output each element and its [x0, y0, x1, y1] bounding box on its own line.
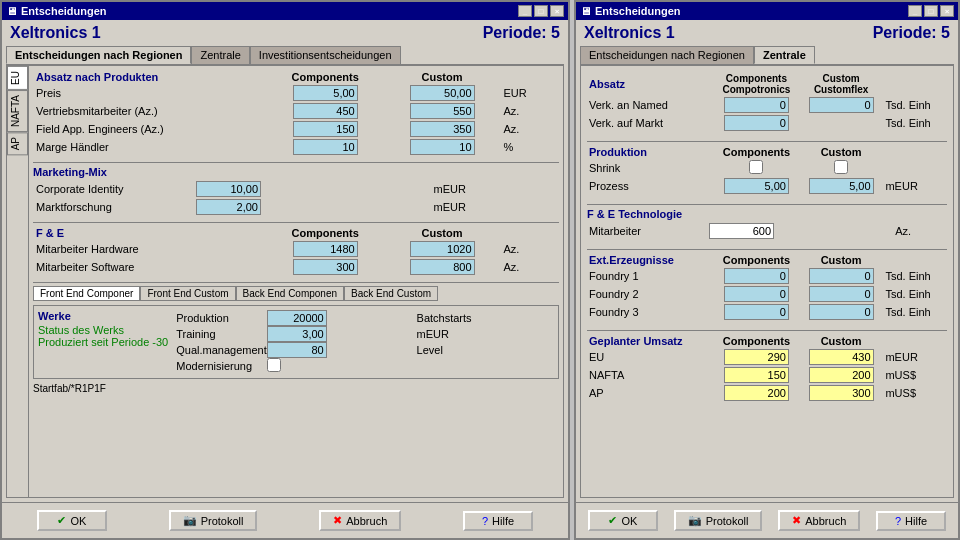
inner-tab-back-custom[interactable]: Back End Custom: [344, 286, 438, 301]
side-tab-nafta[interactable]: NAFTA: [7, 90, 28, 132]
shrink-custom-check[interactable]: [834, 160, 848, 174]
hw-comp-input[interactable]: [293, 241, 358, 257]
right-footer: ✔ OK 📷 Protokoll ✖ Abbruch ? Hilfe: [576, 502, 958, 538]
side-tab-eu[interactable]: EU: [7, 66, 28, 90]
vertrieb-custom-input[interactable]: [410, 103, 475, 119]
right-verk-named-custom[interactable]: [809, 97, 874, 113]
tab-investitionsentscheidungen[interactable]: Investitionsentscheidungen: [250, 46, 401, 64]
prozess-unit: mEUR: [883, 177, 947, 195]
left-hilfe-button[interactable]: ? Hilfe: [463, 511, 533, 531]
right-ext-title: Ext.Erzeugnisse: [589, 254, 674, 266]
prozess-custom-input[interactable]: [809, 178, 874, 194]
marketing-title: Marketing-Mix: [33, 166, 107, 178]
preis-label: Preis: [33, 84, 267, 102]
foundry3-custom[interactable]: [809, 304, 874, 320]
inner-tab-front-comp[interactable]: Front End Componer: [33, 286, 140, 301]
geplanter-eu-custom[interactable]: [809, 349, 874, 365]
modern-checkbox[interactable]: [267, 358, 281, 372]
left-app-title: Xeltronics 1: [10, 24, 101, 42]
right-verk-named-label: Verk. an Named: [587, 96, 714, 114]
produktion-unit: Batchstarts: [417, 310, 554, 326]
tab-zentrale[interactable]: Zentrale: [191, 46, 249, 64]
right-tab-regionen[interactable]: Entscheidungen nach Regionen: [580, 46, 754, 64]
inner-tab-back-comp[interactable]: Back End Componen: [236, 286, 345, 301]
vertrieb-comp-input[interactable]: [293, 103, 358, 119]
inner-tabs: Front End Componer Front End Custom Back…: [33, 286, 559, 301]
corp-unit: mEUR: [431, 180, 559, 198]
foundry2-comp[interactable]: [724, 286, 789, 302]
right-produktion-title: Produktion: [589, 146, 647, 158]
hw-unit: Az.: [501, 240, 559, 258]
marketing-section: Marketing-Mix Corporate Identity mEUR Ma…: [33, 166, 559, 216]
right-maximize-btn[interactable]: □: [924, 5, 938, 17]
corp-input[interactable]: [196, 181, 261, 197]
shrink-label: Shrink: [587, 159, 714, 177]
geplanter-ap-comp[interactable]: [724, 385, 789, 401]
side-tab-ap[interactable]: AP: [7, 132, 28, 155]
geplanter-eu-comp[interactable]: [724, 349, 789, 365]
right-fe-title: F & E Technologie: [587, 208, 682, 220]
shrink-comp-check[interactable]: [749, 160, 763, 174]
markt-label: Marktforschung: [33, 198, 193, 216]
right-verk-named-comp[interactable]: [724, 97, 789, 113]
left-ok-button[interactable]: ✔ OK: [37, 510, 107, 531]
left-footer: ✔ OK 📷 Protokoll ✖ Abbruch ? Hilfe: [2, 502, 568, 538]
corp-label: Corporate Identity: [33, 180, 193, 198]
sw-custom-input[interactable]: [410, 259, 475, 275]
close-btn[interactable]: ×: [550, 5, 564, 17]
training-label: Training: [176, 326, 267, 342]
right-verk-markt-comp[interactable]: [724, 115, 789, 131]
absatz-section: Absatz nach Produkten Components Custom …: [33, 70, 559, 156]
minimize-btn[interactable]: _: [518, 5, 532, 17]
prozess-comp-input[interactable]: [724, 178, 789, 194]
qual-input[interactable]: [267, 342, 327, 358]
foundry1-custom[interactable]: [809, 268, 874, 284]
right-absatz-col2: CustomCustomflex: [799, 72, 884, 96]
preis-comp-input[interactable]: [293, 85, 358, 101]
foundry2-custom[interactable]: [809, 286, 874, 302]
right-abbruch-button[interactable]: ✖ Abbruch: [778, 510, 860, 531]
right-header: Xeltronics 1 Periode: 5: [576, 20, 958, 46]
fe-section: F & E Components Custom Mitarbeiter Hard…: [33, 226, 559, 276]
hw-custom-input[interactable]: [410, 241, 475, 257]
right-protokoll-button[interactable]: 📷 Protokoll: [674, 510, 763, 531]
geplanter-eu-unit: mEUR: [883, 348, 947, 366]
protokoll-icon: 📷: [183, 514, 197, 527]
left-abbruch-button[interactable]: ✖ Abbruch: [319, 510, 401, 531]
field-custom-input[interactable]: [410, 121, 475, 137]
field-comp-input[interactable]: [293, 121, 358, 137]
inner-tab-front-custom[interactable]: Front End Custom: [140, 286, 235, 301]
right-hilfe-button[interactable]: ? Hilfe: [876, 511, 946, 531]
right-protokoll-icon: 📷: [688, 514, 702, 527]
right-tab-zentrale[interactable]: Zentrale: [754, 46, 815, 64]
produziert-link[interactable]: Produziert seit Periode -30: [38, 336, 168, 348]
sw-comp-input[interactable]: [293, 259, 358, 275]
preis-custom-input[interactable]: [410, 85, 475, 101]
geplanter-nafta-label: NAFTA: [587, 366, 714, 384]
markt-input[interactable]: [196, 199, 261, 215]
left-protokoll-button[interactable]: 📷 Protokoll: [169, 510, 258, 531]
foundry1-comp[interactable]: [724, 268, 789, 284]
tab-entscheidungen-regionen[interactable]: Entscheidungen nach Regionen: [6, 46, 191, 64]
status-werks-link[interactable]: Status des Werks: [38, 324, 124, 336]
right-window-icon: 🖥: [580, 5, 591, 17]
right-ok-button[interactable]: ✔ OK: [588, 510, 658, 531]
geplanter-ap-custom[interactable]: [809, 385, 874, 401]
right-minimize-btn[interactable]: _: [908, 5, 922, 17]
geplanter-nafta-unit: mUS$: [883, 366, 947, 384]
produktion-input[interactable]: [267, 310, 327, 326]
training-input[interactable]: [267, 326, 327, 342]
foundry3-unit: Tsd. Einh: [883, 303, 947, 321]
right-window-title: Entscheidungen: [595, 5, 681, 17]
absatz-col2-header: Custom: [384, 70, 501, 84]
right-close-btn[interactable]: ×: [940, 5, 954, 17]
left-window: 🖥 Entscheidungen _ □ × Xeltronics 1 Peri…: [0, 0, 570, 540]
geplanter-nafta-custom[interactable]: [809, 367, 874, 383]
mitarbeiter-input[interactable]: [709, 223, 774, 239]
foundry3-comp[interactable]: [724, 304, 789, 320]
maximize-btn[interactable]: □: [534, 5, 548, 17]
marge-comp-input[interactable]: [293, 139, 358, 155]
marge-custom-input[interactable]: [410, 139, 475, 155]
geplanter-nafta-comp[interactable]: [724, 367, 789, 383]
side-tabs: EU NAFTA AP: [7, 66, 29, 497]
